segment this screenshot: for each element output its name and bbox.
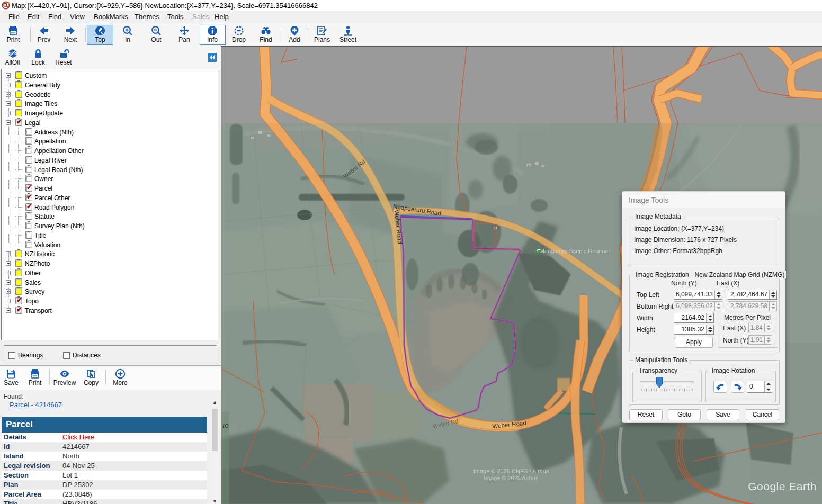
svg-text:Image © 2025 Airbus: Image © 2025 Airbus [484,475,539,481]
svg-text:ro: ro [222,421,229,429]
svg-text:Mangatoro Scenic Reserve: Mangatoro Scenic Reserve [540,248,610,254]
svg-text:Google Earth: Google Earth [748,480,817,492]
svg-text:Image © 2025 CNES / Airbus: Image © 2025 CNES / Airbus [473,468,549,474]
